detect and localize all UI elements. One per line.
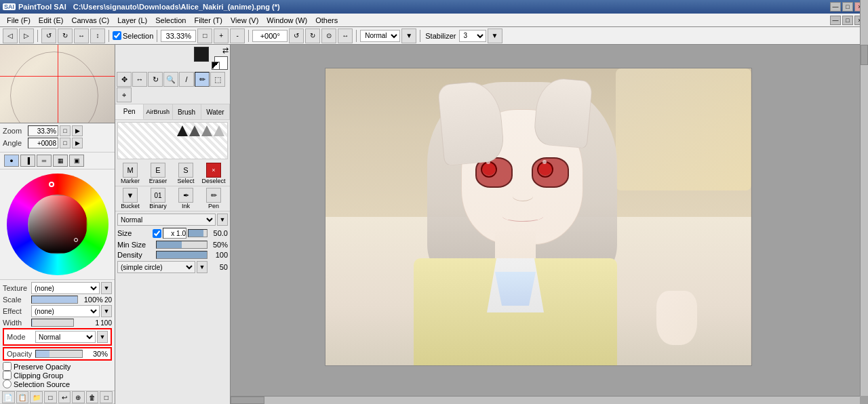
select-tool[interactable]: S Select [172, 163, 199, 184]
color-mode-h[interactable]: ═ [37, 155, 52, 167]
layer-blend-btn[interactable]: ⊕ [72, 391, 85, 403]
mode-select[interactable]: Normal [35, 331, 96, 343]
layer-new-btn[interactable]: 📄 [2, 391, 15, 403]
ink-tool[interactable]: ✒ Ink [172, 188, 199, 209]
color-square[interactable] [28, 196, 86, 254]
canvas-vscrollbar[interactable] [860, 45, 868, 396]
clipping-group-checkbox[interactable] [3, 371, 12, 380]
preset-mid-dark[interactable] [189, 125, 200, 136]
tool-transform[interactable]: ✥ [117, 72, 132, 87]
preserve-opacity-checkbox[interactable] [3, 362, 12, 371]
angle-reset[interactable]: ⊙ [321, 28, 336, 43]
tool-zoom[interactable]: 🔍 [163, 72, 178, 87]
color-wheel[interactable] [7, 174, 108, 275]
angle-value-input[interactable] [28, 138, 58, 148]
color-mode-grid[interactable]: ▦ [53, 155, 68, 167]
binary-tool[interactable]: 01 Binary [144, 188, 172, 209]
brush-mode-combo[interactable]: Normal [117, 214, 216, 226]
size-checkbox[interactable] [153, 229, 161, 238]
deselect-tool[interactable]: × Deselect [200, 163, 227, 184]
texture-btn[interactable]: ▼ [101, 282, 112, 294]
layer-folder-btn[interactable]: 📁 [30, 391, 43, 403]
angle-cw[interactable]: ↻ [305, 28, 320, 43]
zoom-fit[interactable]: □ [197, 28, 212, 43]
color-wheel-container[interactable] [7, 174, 108, 275]
layer-mask-btn[interactable]: □ [44, 391, 57, 403]
toolbar-rotate-right[interactable]: ↻ [58, 28, 73, 43]
zoom-value-input[interactable] [28, 125, 58, 136]
size-x-input[interactable] [163, 228, 186, 239]
tool-select-lasso[interactable]: ⌖ [117, 87, 132, 102]
menu-edit[interactable]: Edit (E) [35, 15, 68, 26]
tool-rotate[interactable]: ↻ [148, 72, 163, 87]
menubar-maximize[interactable]: □ [842, 16, 853, 25]
effect-btn[interactable]: ▼ [101, 305, 112, 317]
menu-filter[interactable]: Filter (T) [190, 15, 226, 26]
min-size-slider[interactable] [156, 241, 208, 249]
eraser-tool[interactable]: E Eraser [144, 163, 172, 184]
zoom-input[interactable] [161, 30, 196, 42]
canvas-hscroll-thumb[interactable] [231, 397, 264, 404]
tool-pen[interactable]: ✏ [195, 72, 210, 87]
angle-input[interactable] [252, 30, 288, 42]
shape-btn[interactable]: ▼ [197, 261, 208, 273]
fg-color-swatch[interactable] [194, 47, 209, 62]
preset-mid[interactable] [201, 125, 212, 136]
menu-canvas[interactable]: Canvas (C) [68, 15, 114, 26]
color-mode-rgb[interactable]: ● [4, 155, 19, 167]
toolbar-flip-h[interactable]: ↔ [74, 28, 89, 43]
menu-layer[interactable]: Layer (L) [113, 15, 151, 26]
zoom-out[interactable]: - [230, 28, 245, 43]
menu-selection[interactable]: Selection [151, 15, 190, 26]
brush-tab-water[interactable]: Water [201, 104, 230, 119]
artwork-canvas[interactable] [325, 68, 752, 366]
angle-flip[interactable]: ↔ [338, 28, 353, 43]
brush-tab-airbrush[interactable]: AirBrush [144, 104, 172, 119]
mode-combo[interactable]: Normal [360, 30, 400, 42]
brush-tab-pen[interactable]: Pen [115, 104, 144, 119]
stabilizer-btn[interactable]: ▼ [488, 28, 502, 43]
bucket-tool[interactable]: ▼ Bucket [117, 188, 144, 209]
layer-delete-btn[interactable]: 🗑 [86, 391, 99, 403]
layer-clipping-btn[interactable]: ↩ [58, 391, 71, 403]
selection-checkbox[interactable] [113, 31, 121, 40]
angle-flip-btn[interactable]: ▶ [72, 138, 83, 148]
toolbar-flip-v[interactable]: ↕ [90, 28, 105, 43]
zoom-in[interactable]: + [214, 28, 229, 43]
tool-eyedrop[interactable]: / [179, 72, 194, 87]
angle-ccw[interactable]: ↺ [289, 28, 304, 43]
marker-tool[interactable]: M Marker [117, 163, 144, 184]
width-slider[interactable] [31, 319, 74, 327]
color-mode-palette[interactable]: ▣ [69, 155, 84, 167]
layer-square-btn[interactable]: □ [100, 391, 113, 403]
zoom-reset-btn[interactable]: □ [60, 125, 71, 136]
maximize-button[interactable]: □ [842, 2, 853, 12]
menubar-minimize[interactable]: — [830, 16, 841, 25]
effect-combo[interactable]: (none) [31, 305, 100, 317]
texture-combo[interactable]: (none) [31, 282, 100, 294]
size-slider[interactable] [188, 229, 208, 237]
pen-tool[interactable]: ✏ Pen [200, 188, 227, 209]
brush-mode-btn[interactable]: ▼ [217, 214, 228, 226]
mode-btn[interactable]: ▼ [97, 331, 108, 343]
menu-window[interactable]: Window (W) [262, 15, 311, 26]
tool-move[interactable]: ↔ [132, 72, 147, 87]
color-reset-btn[interactable] [212, 62, 220, 70]
menu-file[interactable]: File (F) [3, 15, 35, 26]
color-swap-btn[interactable]: ⇄ [222, 46, 229, 55]
canvas-vscroll-thumb[interactable] [861, 45, 868, 65]
canvas-hscrollbar[interactable] [231, 396, 860, 404]
tool-select-rect[interactable]: ⬚ [210, 72, 225, 87]
preset-dark[interactable] [177, 125, 188, 136]
toolbar-nav-fwd[interactable]: ▷ [19, 28, 34, 43]
minimize-button[interactable]: — [830, 2, 841, 12]
density-slider[interactable] [156, 251, 208, 259]
toolbar-nav-back[interactable]: ◁ [3, 28, 18, 43]
brush-tab-brush[interactable]: Brush [173, 104, 201, 119]
angle-reset-btn[interactable]: □ [60, 138, 71, 148]
menu-view[interactable]: View (V) [226, 15, 262, 26]
scale-slider[interactable] [31, 296, 78, 304]
color-mode-hsv[interactable]: ▐ [20, 155, 35, 167]
selection-source-radio[interactable] [3, 380, 12, 388]
opacity-slider[interactable] [35, 350, 83, 358]
